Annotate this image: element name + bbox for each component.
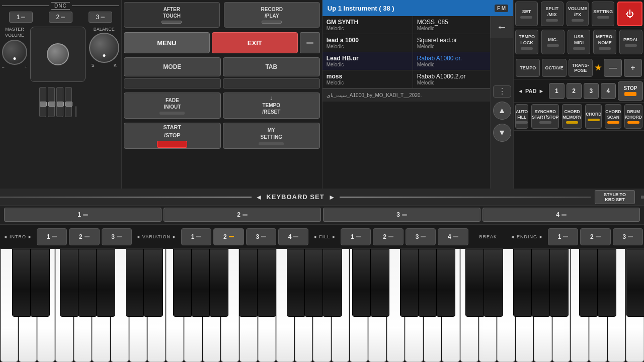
octave-btn[interactable]: OCTAVE [542,59,566,77]
pad-btn-3[interactable]: 3 [584,83,599,99]
ending-btn-2[interactable]: 2 [580,228,610,245]
chord-memory-btn[interactable]: CHORDMEMORY [562,104,582,129]
joystick-area[interactable] [30,27,86,82]
after-touch-btn[interactable]: AFTERTOUCH [124,2,220,28]
black-key-16[interactable] [352,249,371,317]
pad-btn-1[interactable]: 1 [549,83,564,99]
black-key-28[interactable] [626,249,644,317]
black-key-17[interactable] [370,249,389,317]
chord-scan-btn[interactable]: CHORD SCAN [605,104,621,129]
black-key-3[interactable] [60,249,79,317]
plus-btn[interactable]: + [624,59,642,77]
instrument-row-1[interactable]: GM SYNTH Melodic MOSS_085 Melodic [323,16,490,34]
metronome-btn[interactable]: METRO-NOME [593,30,616,54]
synchro-btn[interactable]: SYNCHROSTART/STOP [531,104,559,129]
pad-btn-4[interactable]: 4 [601,83,616,99]
black-key-5[interactable] [96,249,115,317]
black-key-25[interactable] [549,249,569,317]
black-key-27[interactable] [597,249,616,317]
exit-btn[interactable]: EXIT [212,32,298,53]
black-key-24[interactable] [531,249,550,317]
instrument-row-3[interactable]: Lead HB.or Melodic Rabab A1000 or. Melod… [323,52,490,70]
master-volume-knob[interactable] [2,40,27,65]
split-mix-btn[interactable]: SPLIT/MIX [541,2,564,26]
dots-btn[interactable]: ⋮ [493,85,511,98]
black-key-20[interactable] [436,249,455,317]
black-key-11[interactable] [239,249,258,317]
black-key-14[interactable] [304,249,324,317]
tempo-reset-btn[interactable]: ♩ TEMPO/RESET [223,93,320,119]
fade-in-out-btn[interactable]: FADEIN/OUT [124,93,221,119]
ending-btn-3[interactable]: 3 [613,228,643,245]
black-key-23[interactable] [513,249,532,317]
pad-btn-2[interactable]: 2 [567,83,582,99]
intro-btn-1[interactable]: 1 [37,228,67,245]
volume-fx-btn[interactable]: VOLUME/FX [567,2,589,26]
record-play-btn[interactable]: RECORD/PLAY [224,2,320,28]
black-key-18[interactable] [400,249,419,317]
black-key-6[interactable] [126,249,145,317]
back-btn[interactable]: ← [491,16,513,38]
tab-btn[interactable]: TAB [223,57,320,76]
set-btn[interactable]: SET [515,2,538,26]
mic-btn[interactable]: MIC. [541,30,565,54]
black-key-1[interactable] [12,249,31,317]
fill-btn-1[interactable]: 1 [341,228,371,245]
power-btn[interactable]: ⏻ [617,2,642,26]
fader-2[interactable] [48,87,55,117]
black-key-21[interactable] [465,249,485,317]
arrow-down-btn[interactable]: ▼ [493,124,511,142]
kbs-btn-2[interactable]: 2 [164,208,321,222]
variation-btn-2[interactable]: 2 [213,228,244,245]
black-key-12[interactable] [257,249,276,317]
transpose-btn[interactable]: TRANS-POSE [569,59,593,77]
usb-midi-btn[interactable]: USBMIDI [568,30,591,54]
mode-btn[interactable]: MODE [124,57,221,76]
black-key-9[interactable] [191,249,210,317]
black-key-10[interactable] [209,249,228,317]
fader-4[interactable] [65,87,72,117]
kbs-btn-3[interactable]: 3 [323,208,480,222]
chord-btn[interactable]: CHORD [585,104,602,129]
tempo-btn[interactable]: TEMPO [516,59,540,77]
black-key-22[interactable] [484,249,503,317]
setting-btn[interactable]: SETTING [592,2,614,26]
balance-knob[interactable] [89,33,119,63]
pedal-btn[interactable]: PEDAL [619,30,642,54]
drum-chord-btn[interactable]: DRUM/CHORD [624,104,642,129]
black-key-8[interactable] [173,249,192,317]
num-btn-3[interactable]: 3 [89,12,113,23]
black-key-4[interactable] [78,249,97,317]
menu-btn[interactable]: MENU [124,32,210,53]
variation-btn-3[interactable]: 3 [246,228,276,245]
fill-btn-4[interactable]: 4 [438,228,468,245]
fill-btn-2[interactable]: 2 [373,228,403,245]
my-setting-btn[interactable]: MYSETTING [223,123,320,149]
fader-3[interactable] [56,87,63,117]
num-btn-1[interactable]: 1 [9,12,33,23]
black-key-7[interactable] [143,249,163,317]
black-key-13[interactable] [287,249,306,317]
tempo-lock-btn[interactable]: TEMPOLOCK [515,30,538,54]
black-key-15[interactable] [323,249,342,317]
style-to-kbd-btn[interactable]: STYLE TOKBD SET [595,190,635,204]
instrument-row-2[interactable]: lead a 1000 Melodic SquareLead.or Melodi… [323,34,490,52]
start-stop-btn[interactable]: START/STOP [124,123,221,149]
stop-btn[interactable]: STOP [618,81,643,101]
kbs-btn-4[interactable]: 4 [482,208,640,222]
num-btn-2[interactable]: 2 [49,12,73,23]
auto-fill-btn[interactable]: AUTOFILL [515,104,528,129]
black-key-26[interactable] [579,249,598,317]
arrow-up-btn[interactable]: ▲ [493,102,511,120]
fader-1[interactable] [39,87,46,117]
variation-btn-1[interactable]: 1 [181,228,211,245]
minus-btn[interactable]: — [604,59,622,77]
black-key-2[interactable] [30,249,49,317]
ending-btn-1[interactable]: 1 [548,228,578,245]
intro-btn-3[interactable]: 3 [102,228,132,245]
kbs-btn-1[interactable]: 1 [4,208,162,222]
black-key-19[interactable] [418,249,437,317]
fill-btn-3[interactable]: 3 [406,228,436,245]
instrument-row-4[interactable]: moss Melodic Rabab A1000.2.or Melodic [323,70,490,88]
intro-btn-2[interactable]: 2 [69,228,99,245]
